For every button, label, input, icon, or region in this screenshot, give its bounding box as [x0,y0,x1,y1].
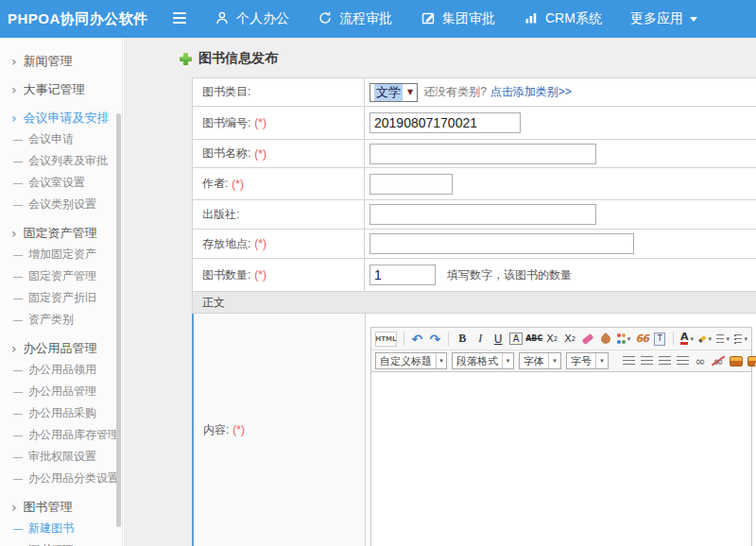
align-justify-icon[interactable] [676,353,689,368]
insert-image-icon[interactable] [730,353,743,368]
sidebar-item-label: 会议申请 [28,131,74,147]
sidebar-menu: ›新闻管理›大事记管理›会议申请及安排—会议申请—会议列表及审批—会议室设置—会… [0,38,122,546]
paste-text-icon[interactable]: T [653,332,666,347]
book-name-input[interactable] [369,144,596,164]
row-quantity: 图书数量: (*) 填写数字，该图书的数量 [192,259,756,292]
dash-icon: — [13,452,23,462]
sidebar-item-21[interactable]: —图书管理 [0,539,122,546]
sidebar-item-8[interactable]: —增加固定资产 [0,244,122,265]
ordered-list-icon[interactable]: ▾ [716,332,730,347]
font-family-select[interactable]: 字体▾ [519,352,561,369]
html-source-button[interactable]: HTML [375,332,397,347]
editor-content-area[interactable] [371,372,751,546]
sidebar-group-19[interactable]: ›图书管理 [0,496,122,518]
workflow-icon [318,10,339,28]
autotypeset-icon[interactable]: A [509,333,523,345]
font-color-icon[interactable]: A▾ [680,332,694,347]
remove-format-icon[interactable] [581,332,594,347]
remove-link-icon[interactable]: ∞ [712,353,725,368]
sidebar-item-label: 会议类别设置 [28,196,96,213]
category-note: 还没有类别? [423,84,487,100]
location-input[interactable] [369,233,634,254]
sidebar-item-11[interactable]: —资产类别 [0,309,122,331]
row-author: 作者: (*) [192,168,756,200]
sidebar-item-label: 新建图书 [28,520,74,537]
sidebar-scrollbar[interactable] [116,113,121,527]
book-no-input[interactable] [369,112,521,133]
color-palette-icon[interactable]: ▾ [617,332,630,347]
sidebar-group-2[interactable]: ›会议申请及安排 [0,107,122,128]
sidebar-item-4[interactable]: —会议列表及审批 [0,150,122,172]
sidebar-item-label: 办公用品采购 [28,405,96,421]
unordered-list-icon[interactable]: ▾ [734,332,747,347]
italic-icon[interactable]: I [473,332,487,347]
dash-icon: — [13,430,23,440]
sidebar-group-0[interactable]: ›新闻管理 [0,50,122,72]
user-icon [215,10,236,28]
subscript-icon[interactable]: X2 [563,332,576,347]
sidebar-item-5[interactable]: —会议室设置 [0,172,122,194]
top-bar: PHPOA协同办公软件 个人办公 流程审批 集团审批 CRM系统 更多应用 [0,0,756,38]
add-category-link[interactable]: 点击添加类别>> [490,84,572,100]
bold-icon[interactable]: B [455,332,469,347]
align-left-icon[interactable] [622,353,635,368]
category-select[interactable]: 文学 ▼ [369,83,418,102]
sidebar-item-14[interactable]: —办公用品管理 [0,381,122,402]
font-size-select[interactable]: 字号▾ [566,352,609,369]
nav-workflow-approval[interactable]: 流程审批 [303,0,406,38]
sidebar-item-18[interactable]: —办公用品分类设置 [0,468,122,489]
author-input[interactable] [369,174,453,195]
nav-crm-system[interactable]: CRM系统 [509,0,616,38]
nav-personal-office[interactable]: 个人办公 [200,0,303,38]
dash-icon: — [13,365,23,375]
publisher-input[interactable] [369,204,596,225]
page-title: 图书信息发布 [180,50,756,67]
nav-more-apps[interactable]: 更多应用 [616,0,712,38]
superscript-icon[interactable]: X2 [545,332,558,347]
sidebar-group-7[interactable]: ›固定资产管理 [0,222,122,244]
align-right-icon[interactable] [658,353,671,368]
hamburger-menu-icon[interactable] [173,12,188,26]
quantity-label: 图书数量: [202,267,250,283]
paragraph-format-select[interactable]: 段落格式▾ [452,352,514,369]
highlight-color-icon[interactable]: ▾ [698,332,712,347]
redo-icon[interactable]: ↷ [428,332,441,347]
sidebar-item-3[interactable]: —会议申请 [0,128,122,150]
nav-group-approval[interactable]: 集团审批 [406,0,509,38]
underline-icon[interactable]: U [491,332,505,347]
top-nav: 个人办公 流程审批 集团审批 CRM系统 更多应用 [200,0,712,38]
strikethrough-icon[interactable]: ABC [527,332,541,347]
undo-icon[interactable]: ↶ [410,332,423,347]
sidebar-item-label: 办公用品领用 [28,362,96,378]
editor-toolbar-row2: 自定义标题▾ 段落格式▾ 字体▾ 字号▾ ∞ ∞ [371,350,751,372]
upload-image-icon[interactable] [747,353,756,368]
dash-icon: — [13,178,23,188]
quantity-input[interactable] [369,264,436,285]
blockquote-icon[interactable]: 66 [635,332,648,347]
sidebar-item-15[interactable]: —办公用品采购 [0,402,122,424]
caret-down-icon [690,17,697,22]
sidebar-item-label: 固定资产折旧 [28,290,96,306]
sidebar-item-16[interactable]: —办公用品库存管理 [0,424,122,446]
custom-title-select[interactable]: 自定义标题▾ [375,352,447,369]
sidebar-item-17[interactable]: —审批权限设置 [0,446,122,468]
required-mark: (*) [232,423,245,436]
sidebar-group-1[interactable]: ›大事记管理 [0,78,122,100]
sidebar-item-20[interactable]: —新建图书 [0,518,122,539]
chevron-right-icon: › [11,500,17,515]
dash-icon: — [13,408,23,418]
required-mark: (*) [254,237,266,250]
format-painter-icon[interactable] [599,332,612,347]
sidebar-group-12[interactable]: ›办公用品管理 [0,337,122,359]
sidebar-item-label: 办公用品管理 [28,384,96,400]
sidebar-item-6[interactable]: —会议类别设置 [0,194,122,215]
sidebar-item-10[interactable]: —固定资产折旧 [0,287,122,309]
sidebar-item-13[interactable]: —办公用品领用 [0,359,122,381]
required-mark: (*) [254,268,266,282]
sidebar-item-9[interactable]: —固定资产管理 [0,265,122,287]
sidebar-item-label: 会议室设置 [28,175,85,191]
insert-link-icon[interactable]: ∞ [694,353,707,368]
sidebar-item-label: 增加固定资产 [28,247,96,263]
edit-square-icon [421,10,442,28]
align-center-icon[interactable] [640,353,653,368]
